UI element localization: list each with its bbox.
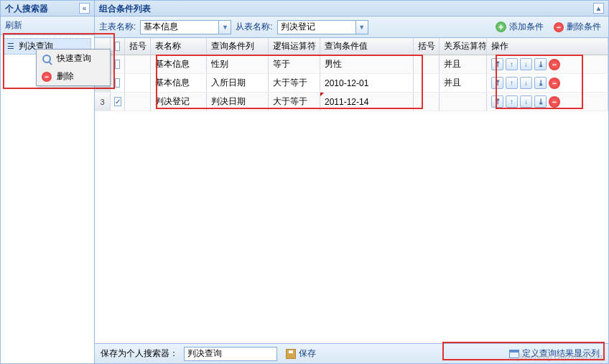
sub-table-combo[interactable]: ▼ xyxy=(277,20,368,34)
footer-toolbar: 保存为个人搜索器： 保存 定义查询结果显示列 xyxy=(95,343,608,363)
context-menu-quick-query-label: 快速查询 xyxy=(57,52,91,65)
define-columns-label: 定义查询结果显示列 xyxy=(522,347,600,360)
move-down-button[interactable]: ↓ xyxy=(520,58,532,70)
row-number: 3 xyxy=(95,93,111,111)
col-bracket1[interactable]: 括号 xyxy=(125,38,151,55)
move-top-button[interactable]: ⤒ xyxy=(491,77,503,89)
collapse-main-button[interactable]: ▲ xyxy=(593,3,604,14)
tree-node-icon: ☰ xyxy=(6,42,16,52)
table-icon xyxy=(509,350,519,358)
cell-bracket1[interactable] xyxy=(125,55,151,73)
move-up-button[interactable]: ↑ xyxy=(506,58,518,70)
move-up-button[interactable]: ↑ xyxy=(506,77,518,89)
refresh-button[interactable]: 刷新 xyxy=(5,19,22,32)
main-title: 组合条件列表 xyxy=(99,1,151,17)
col-table[interactable]: 表名称 xyxy=(151,38,207,55)
cell-relation[interactable]: 并且 xyxy=(440,74,487,92)
save-button-label: 保存 xyxy=(299,347,316,360)
move-down-button[interactable]: ↓ xyxy=(520,77,532,89)
move-top-button[interactable]: ⤒ xyxy=(491,58,503,70)
delete-row-button[interactable]: − xyxy=(549,59,560,70)
delete-condition-label: 删除条件 xyxy=(567,21,601,33)
col-condition-column[interactable]: 查询条件列 xyxy=(207,38,269,55)
conditions-grid: 括号 表名称 查询条件列 逻辑运算符 查询条件值 括号 关系运算符 操作 1基本… xyxy=(95,38,608,343)
sidebar-toolbar: 刷新 xyxy=(1,17,94,35)
context-menu-delete[interactable]: − 删除 xyxy=(37,67,110,85)
cell-value[interactable]: 男性 xyxy=(320,55,414,73)
col-bracket2[interactable]: 括号 xyxy=(414,38,440,55)
main-table-input[interactable] xyxy=(140,20,219,34)
search-icon xyxy=(41,53,52,65)
move-bottom-button[interactable]: ⤓ xyxy=(534,95,547,108)
cell-table[interactable]: 基本信息 xyxy=(151,55,207,73)
row-checkbox[interactable] xyxy=(115,78,120,88)
main-toolbar: 主表名称: ▼ 从表名称: ▼ + 添加条件 − 删除条件 xyxy=(95,17,608,38)
col-operations[interactable]: 操作 xyxy=(487,38,608,55)
minus-icon: − xyxy=(554,22,564,32)
context-menu-quick-query[interactable]: 快速查询 xyxy=(37,50,110,67)
cell-table[interactable]: 判决登记 xyxy=(151,93,207,111)
cell-bracket1[interactable] xyxy=(125,93,151,111)
cell-value[interactable]: 2010-12-01 xyxy=(320,74,414,92)
context-menu-delete-label: 删除 xyxy=(57,70,74,83)
main-table-label: 主表名称: xyxy=(99,21,136,33)
cell-operations: ⤒↑↓⤓− xyxy=(487,74,608,92)
cell-relation[interactable]: 并且 xyxy=(440,55,487,73)
cell-bracket2[interactable] xyxy=(414,74,440,92)
cell-operations: ⤒↑↓⤓− xyxy=(487,93,608,111)
main-header: 组合条件列表 ▲ xyxy=(95,1,608,17)
context-menu: 快速查询 − 删除 xyxy=(36,49,111,86)
delete-row-button[interactable]: − xyxy=(549,78,560,89)
cell-bracket1[interactable] xyxy=(125,74,151,92)
add-condition-label: 添加条件 xyxy=(509,21,544,33)
delete-row-button[interactable]: − xyxy=(549,96,560,108)
col-relation-op[interactable]: 关系运算符 xyxy=(440,38,487,55)
select-all-checkbox[interactable] xyxy=(115,42,120,51)
table-row[interactable]: 3✓判决登记判决日期大于等于2011-12-14⤒↑↓⤓− xyxy=(95,93,608,111)
cell-logic[interactable]: 等于 xyxy=(269,55,320,73)
cell-logic[interactable]: 大于等于 xyxy=(269,74,320,92)
combo-arrow-icon[interactable]: ▼ xyxy=(356,20,368,34)
sub-table-input[interactable] xyxy=(277,20,356,34)
save-as-label: 保存为个人搜索器： xyxy=(101,347,178,360)
move-top-button[interactable]: ⤒ xyxy=(491,95,503,108)
delete-condition-button[interactable]: − 删除条件 xyxy=(551,19,604,34)
col-value[interactable]: 查询条件值 xyxy=(320,38,414,55)
cell-relation[interactable] xyxy=(440,93,487,111)
move-bottom-button[interactable]: ⤓ xyxy=(534,77,547,89)
cell-bracket2[interactable] xyxy=(414,93,440,111)
move-down-button[interactable]: ↓ xyxy=(520,95,532,108)
save-button[interactable]: 保存 xyxy=(283,346,319,361)
cell-logic[interactable]: 大于等于 xyxy=(269,93,320,111)
cell-column[interactable]: 入所日期 xyxy=(207,74,269,92)
cell-table[interactable]: 基本信息 xyxy=(151,74,207,92)
move-bottom-button[interactable]: ⤓ xyxy=(534,58,547,70)
cell-bracket2[interactable] xyxy=(414,55,440,73)
cell-value[interactable]: 2011-12-14 xyxy=(320,93,414,111)
col-logic-op[interactable]: 逻辑运算符 xyxy=(269,38,320,55)
main-panel: 组合条件列表 ▲ 主表名称: ▼ 从表名称: ▼ + 添加条件 − 删除条件 xyxy=(95,1,608,363)
save-icon xyxy=(286,349,296,359)
combo-arrow-icon[interactable]: ▼ xyxy=(219,20,231,34)
move-up-button[interactable]: ↑ xyxy=(506,95,518,108)
plus-icon: + xyxy=(496,22,506,32)
sidebar-title: 个人搜索器 xyxy=(5,1,48,17)
cell-column[interactable]: 判决日期 xyxy=(207,93,269,111)
delete-icon: − xyxy=(42,72,52,82)
row-checkbox[interactable]: ✓ xyxy=(114,97,121,106)
table-row[interactable]: 2基本信息入所日期大于等于2010-12-01并且⤒↑↓⤓− xyxy=(95,74,608,93)
cell-column[interactable]: 性别 xyxy=(207,55,269,73)
sub-table-label: 从表名称: xyxy=(236,21,272,33)
sidebar-header: 个人搜索器 « xyxy=(1,1,94,17)
define-columns-button[interactable]: 定义查询结果显示列 xyxy=(506,346,603,361)
add-condition-button[interactable]: + 添加条件 xyxy=(493,19,547,34)
grid-header-row: 括号 表名称 查询条件列 逻辑运算符 查询条件值 括号 关系运算符 操作 xyxy=(95,38,608,55)
cell-operations: ⤒↑↓⤓− xyxy=(487,55,608,73)
row-checkbox[interactable] xyxy=(115,60,120,69)
collapse-sidebar-button[interactable]: « xyxy=(79,3,90,14)
table-row[interactable]: 1基本信息性别等于男性并且⤒↑↓⤓− xyxy=(95,55,608,74)
main-table-combo[interactable]: ▼ xyxy=(140,20,231,34)
save-as-input[interactable] xyxy=(184,347,277,361)
